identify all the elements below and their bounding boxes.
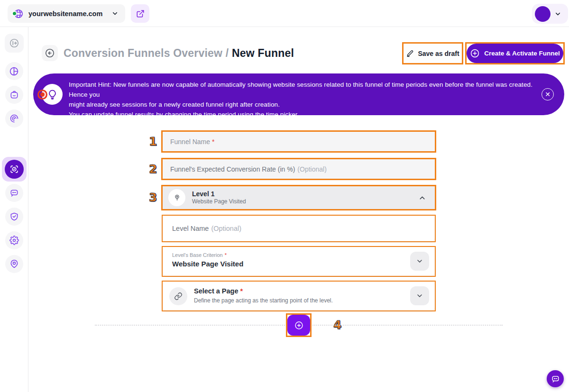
important-hint-banner: Important Hint: New funnels are now capa… [33, 73, 564, 115]
close-icon: ✕ [545, 91, 551, 98]
chat-bubble-icon [551, 374, 560, 383]
replay-spiral-icon [9, 114, 19, 123]
top-bar: yourwebsitename.com [0, 0, 569, 27]
chevron-up-icon[interactable] [418, 194, 426, 202]
level-name-input[interactable]: Level Name (Optional) [163, 216, 435, 241]
sidebar-item-feedback[interactable] [5, 184, 23, 202]
avatar [535, 6, 551, 22]
funnel-name-annotation-box: Funnel Name * [161, 130, 436, 153]
create-activate-funnel-button[interactable]: Create & Activate Funnel [467, 44, 563, 63]
chevron-down-icon [554, 10, 561, 18]
pencil-icon [406, 49, 414, 57]
sidebar-item-recordings[interactable] [5, 109, 23, 128]
select-page-description: Define the page acting as the starting p… [194, 297, 333, 304]
select-page-title: Select a Page* [194, 287, 243, 295]
sidebar-nav [0, 27, 28, 392]
pin-icon [173, 193, 182, 202]
level-title: Level 1 [192, 190, 246, 198]
required-asterisk: * [212, 138, 214, 146]
base-criterion-annotation-box: Level's Base Criterion* Website Page Vis… [162, 246, 436, 277]
shopping-bag-icon [9, 90, 19, 100]
pie-chart-icon [9, 66, 19, 76]
arrow-left-circle-icon [45, 48, 55, 58]
back-button[interactable] [42, 45, 58, 61]
conversion-rate-input[interactable]: Funnel's Expected Conversion Rate (in %)… [163, 159, 435, 179]
collapse-arrow-icon [9, 38, 19, 48]
step-annotation-1: 1 [149, 135, 157, 148]
link-badge [169, 287, 187, 305]
level-1-accordion-header[interactable]: Level 1 Website Page Visited [163, 186, 435, 209]
map-pin-icon [9, 259, 19, 269]
lightbulb-icon [46, 89, 58, 100]
optional-hint: (Optional) [297, 165, 326, 173]
link-icon [174, 292, 183, 301]
sidebar-item-privacy[interactable] [5, 208, 23, 226]
open-website-button[interactable] [131, 4, 149, 23]
hint-line-1: Important Hint: New funnels are now capa… [69, 80, 543, 100]
create-funnel-label: Create & Activate Funnel [484, 50, 560, 57]
select-page-title-text: Select a Page [194, 287, 239, 295]
website-globe-icon [13, 9, 24, 19]
plus-circle-icon [470, 48, 480, 58]
save-draft-label: Save as draft [418, 50, 459, 57]
optional-hint: (Optional) [211, 225, 241, 232]
level-name-annotation-box: Level Name (Optional) [162, 215, 436, 242]
level-name-placeholder: Level Name [172, 225, 209, 232]
save-draft-annotation-box: Save as draft [402, 42, 463, 64]
level-pin-badge [168, 189, 185, 206]
funnel-name-input[interactable]: Funnel Name * [163, 132, 435, 151]
conversion-rate-placeholder: Funnel's Expected Conversion Rate (in %) [170, 165, 295, 173]
base-criterion-value: Website Page Visited [172, 260, 243, 268]
base-criterion-label: Level's Base Criterion* [172, 252, 227, 258]
breadcrumb: Conversion Funnels Overview / New Funnel [64, 47, 294, 60]
account-menu[interactable] [532, 4, 568, 24]
chevron-down-icon [111, 10, 119, 17]
sidebar-item-shop[interactable] [5, 86, 23, 104]
external-link-icon [136, 9, 145, 18]
create-funnel-annotation-box: Create & Activate Funnel [465, 42, 565, 64]
breadcrumb-parent[interactable]: Conversion Funnels Overview / [64, 47, 229, 59]
select-page-annotation-box: Select a Page* Define the page acting as… [162, 281, 436, 311]
add-level-annotation-box [286, 313, 312, 337]
save-as-draft-button[interactable]: Save as draft [404, 44, 462, 63]
sidebar-item-settings[interactable] [5, 231, 23, 249]
base-criterion-label-text: Level's Base Criterion [172, 252, 223, 258]
sidebar-item-locations[interactable] [5, 255, 23, 273]
shield-check-icon [9, 212, 19, 221]
step-annotation-3: 3 [149, 191, 157, 204]
level-header-text: Level 1 Website Page Visited [192, 190, 246, 205]
sidebar-item-collapse[interactable] [5, 34, 24, 53]
gear-icon [9, 236, 19, 245]
conversion-rate-annotation-box: Funnel's Expected Conversion Rate (in %)… [161, 158, 436, 180]
funnel-scan-icon [5, 160, 24, 179]
sidebar-item-funnels-active[interactable] [2, 157, 27, 182]
add-level-button[interactable] [287, 315, 310, 336]
hint-text: Important Hint: New funnels are now capa… [69, 80, 543, 119]
banner-close-button[interactable]: ✕ [541, 88, 554, 100]
website-name-label: yourwebsitename.com [28, 10, 111, 18]
page-title: New Funnel [232, 47, 294, 59]
base-criterion-dropdown-button[interactable] [410, 252, 429, 271]
step-annotation-2: 2 [149, 162, 157, 176]
hint-line-3: You can update funnel results by changin… [69, 109, 543, 119]
status-dot [12, 11, 17, 16]
level-subtitle: Website Page Visited [192, 198, 246, 205]
support-chat-button[interactable] [547, 370, 564, 387]
chat-bubble-icon [9, 188, 19, 198]
funnel-name-placeholder: Funnel Name [170, 138, 210, 146]
select-page-control[interactable]: Select a Page* Define the page acting as… [163, 282, 435, 310]
level-header-annotation-box: Level 1 Website Page Visited [161, 185, 436, 210]
red-annotation-marker [37, 90, 47, 100]
app-root: yourwebsitename.com [0, 0, 569, 392]
required-asterisk: * [225, 252, 227, 258]
select-page-dropdown-button[interactable] [410, 286, 429, 305]
required-asterisk: * [240, 287, 243, 295]
base-criterion-select[interactable]: Level's Base Criterion* Website Page Vis… [163, 247, 435, 276]
hint-line-2: might already see sessions for a newly c… [69, 100, 543, 109]
website-selector[interactable]: yourwebsitename.com [8, 4, 125, 23]
plus-circle-icon [294, 320, 304, 330]
sidebar-item-dashboard[interactable] [5, 62, 23, 80]
